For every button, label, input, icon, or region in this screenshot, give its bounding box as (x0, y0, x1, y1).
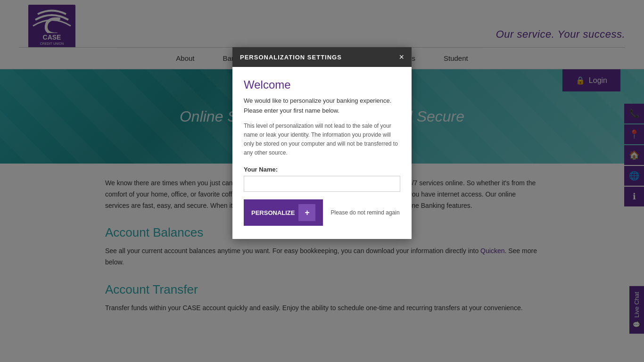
modal-actions: PERSONALIZE + Please do not remind again (244, 199, 400, 226)
modal-welcome-title: Welcome (244, 78, 400, 91)
modal-title: PERSONALIZATION SETTINGS (240, 54, 342, 61)
personalization-modal: PERSONALIZATION SETTINGS × Welcome We wo… (232, 47, 412, 239)
modal-overlay: PERSONALIZATION SETTINGS × Welcome We wo… (0, 0, 644, 342)
name-input[interactable] (244, 176, 400, 192)
no-remind-link[interactable]: Please do not remind again (330, 209, 399, 216)
modal-close-button[interactable]: × (399, 53, 404, 61)
personalize-button[interactable]: PERSONALIZE + (244, 199, 323, 226)
modal-header: PERSONALIZATION SETTINGS × (232, 47, 412, 67)
modal-desc1: We would like to personalize your bankin… (244, 96, 400, 116)
modal-body: Welcome We would like to personalize you… (232, 67, 412, 239)
name-label: Your Name: (244, 166, 400, 173)
personalize-label: PERSONALIZE (251, 209, 295, 216)
modal-desc2: This level of personalization will not l… (244, 122, 400, 158)
plus-icon: + (298, 204, 315, 221)
